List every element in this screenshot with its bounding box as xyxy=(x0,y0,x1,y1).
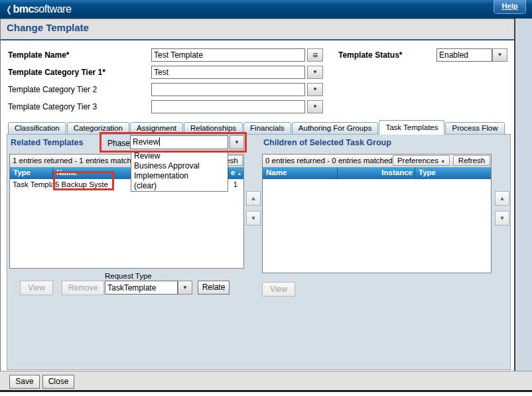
top-bar: ❬bmcsoftware xyxy=(0,0,532,19)
children-of-task-group-title: Children of Selected Task Group xyxy=(263,138,391,147)
bmc-logo-light: software xyxy=(34,3,71,15)
request-type-label: Request Type xyxy=(105,272,152,280)
move-up-button[interactable]: ▲ xyxy=(246,191,261,206)
children-table: 0 entries returned - 0 entries matched P… xyxy=(262,154,492,273)
tab-classification[interactable]: Classification xyxy=(8,122,66,135)
tier1-dropdown-button[interactable]: ▼ xyxy=(307,66,323,79)
related-entries-count: 1 entries returned - 1 entries matched xyxy=(13,155,140,166)
children-table-header: Name Instance Type xyxy=(263,167,491,179)
tab-relationships[interactable]: Relationships xyxy=(184,122,243,135)
cell-type: Task Templat xyxy=(13,180,52,190)
tab-task-templates[interactable]: Task Templates xyxy=(379,120,444,135)
bmc-logo: ❬bmcsoftware xyxy=(5,0,71,19)
column-header-name[interactable]: Name xyxy=(53,167,133,179)
triangle-down-icon: ▼ xyxy=(251,216,257,222)
tab-financials[interactable]: Financials xyxy=(243,122,291,135)
tier1-label: Template Category Tier 1* xyxy=(8,68,105,77)
change-template-window: ❬bmcsoftware Help Change Template Templa… xyxy=(0,0,532,396)
template-status-dropdown-button[interactable]: ▼ xyxy=(492,48,507,62)
page-background xyxy=(515,19,532,371)
children-table-body xyxy=(263,179,491,273)
column-header-sequence[interactable]: e ▲ xyxy=(229,167,243,179)
window-bottom-border xyxy=(0,390,532,392)
phase-label: Phase xyxy=(107,139,130,148)
phase-dropdown-button[interactable]: ▼ xyxy=(230,135,244,149)
tab-process-flow[interactable]: Process Flow xyxy=(445,122,504,135)
tier3-label: Template Category Tier 3 xyxy=(8,102,97,111)
menu-item-implementation[interactable]: Implementation xyxy=(131,171,228,181)
chevron-down-icon: ▼ xyxy=(312,70,318,75)
request-type-dropdown-button[interactable]: ▼ xyxy=(178,281,192,295)
column-header-type[interactable]: Type xyxy=(415,167,491,179)
column-header-name[interactable]: Name xyxy=(263,167,338,179)
text-cursor xyxy=(159,137,160,146)
refresh-button[interactable]: Refresh xyxy=(453,155,490,166)
column-header-type[interactable]: Type xyxy=(10,167,53,179)
sort-ascending-icon: ▲ xyxy=(237,171,242,176)
children-entries-count: 0 entries returned - 0 entries matched xyxy=(265,155,393,166)
window-right-border xyxy=(514,19,515,371)
cell-sequence: 1 xyxy=(229,180,242,190)
phase-value: Review xyxy=(133,137,159,147)
tier1-input[interactable] xyxy=(151,66,305,79)
relate-button[interactable]: Relate xyxy=(198,281,230,295)
template-name-label: Template Name* xyxy=(8,50,69,60)
save-button[interactable]: Save xyxy=(9,375,40,389)
chevron-down-icon: ▼ xyxy=(312,87,318,92)
view-button[interactable]: View xyxy=(262,282,295,297)
children-toolbar: 0 entries returned - 0 entries matched P… xyxy=(263,155,491,168)
footer-strip xyxy=(0,371,532,390)
move-down-button[interactable]: ▼ xyxy=(495,211,509,226)
tab-assignment[interactable]: Assignment xyxy=(130,122,183,135)
help-button[interactable]: Help xyxy=(494,0,526,14)
chevron-down-icon: ▼ xyxy=(234,140,239,145)
bmc-logo-mark-icon: ❬ xyxy=(5,5,12,15)
bmc-logo-bold: bmc xyxy=(13,3,33,15)
request-type-select[interactable] xyxy=(105,281,178,295)
chevron-down-icon: ▼ xyxy=(182,285,188,291)
tab-authoring-for-groups[interactable]: Authoring For Groups xyxy=(292,122,379,135)
tier3-dropdown-button[interactable]: ▼ xyxy=(307,100,323,113)
menu-item-review[interactable]: Review xyxy=(131,151,228,161)
triangle-down-icon: ▼ xyxy=(499,216,505,222)
triangle-up-icon: ▲ xyxy=(251,196,257,202)
template-name-menu-button[interactable]: ≡ xyxy=(307,48,323,62)
column-header-instance[interactable]: Instance xyxy=(338,167,415,179)
preferences-label: Preferences xyxy=(397,157,438,165)
tier2-dropdown-button[interactable]: ▼ xyxy=(307,83,323,96)
tier2-input[interactable] xyxy=(151,83,305,96)
template-status-label: Template Status* xyxy=(338,50,402,60)
view-button[interactable]: View xyxy=(20,281,53,295)
close-button[interactable]: Close xyxy=(42,375,74,389)
move-up-button[interactable]: ▲ xyxy=(495,191,509,206)
chevron-down-icon: ▼ xyxy=(498,52,503,58)
menu-item-clear[interactable]: (clear) xyxy=(131,181,228,191)
triangle-up-icon: ▲ xyxy=(499,196,505,202)
related-templates-title: Related Templates xyxy=(11,138,84,147)
tier3-input[interactable] xyxy=(151,100,305,113)
move-down-button[interactable]: ▼ xyxy=(246,211,261,226)
page-title: Change Template xyxy=(7,22,89,33)
menu-item-business-approval[interactable]: Business Approval xyxy=(131,161,228,171)
menu-icon: ≡ xyxy=(312,50,318,60)
chevron-down-icon: ▼ xyxy=(312,104,318,109)
tier2-label: Template Category Tier 2 xyxy=(8,85,97,94)
phase-dropdown-menu: Review Business Approval Implementation … xyxy=(131,151,228,192)
preferences-button[interactable]: Preferences ▼ xyxy=(393,155,450,166)
phase-input[interactable]: Review xyxy=(130,135,228,149)
chevron-down-icon: ▼ xyxy=(440,159,445,164)
template-name-input[interactable] xyxy=(151,48,305,62)
related-table-body: Task Templat 5 Backup Syste 1 xyxy=(10,179,243,268)
remove-button[interactable]: Remove xyxy=(62,281,104,295)
tab-bar: ClassificationCategorizationAssignmentRe… xyxy=(8,120,505,135)
template-status-select[interactable] xyxy=(436,48,492,62)
sequence-header-fragment: e xyxy=(231,168,235,176)
tab-categorization[interactable]: Categorization xyxy=(67,122,129,135)
